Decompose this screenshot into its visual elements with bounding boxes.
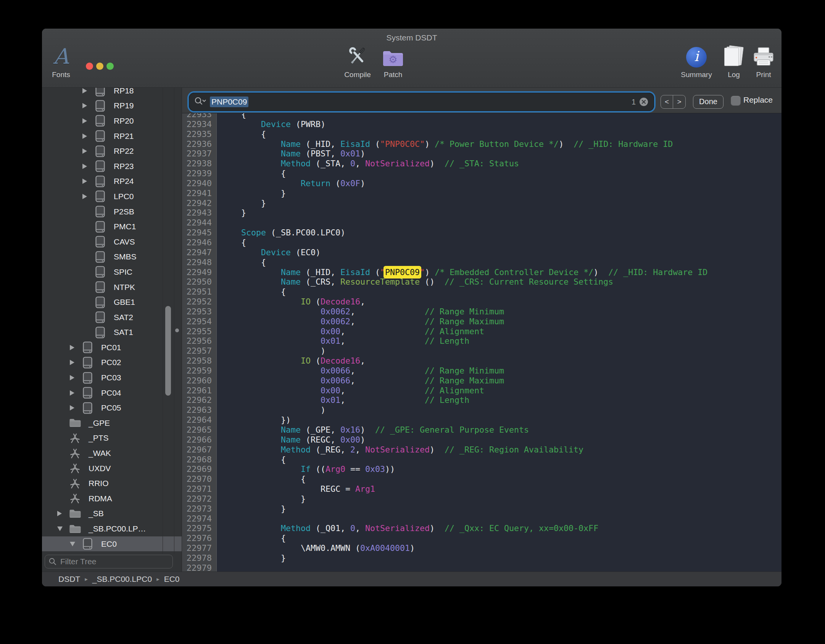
disclosure-toggle[interactable] [82, 118, 94, 124]
tree-item-rrio[interactable]: RRIO [42, 476, 182, 491]
tree-item-sat2[interactable]: SAT2 [42, 310, 182, 325]
tree-item-rp24[interactable]: RP24 [42, 174, 182, 189]
tree-item-_sbpc00lp[interactable]: _SB.PC00.LP… [42, 521, 182, 536]
tree-item-pc02[interactable]: PC02 [42, 355, 182, 370]
tree-item-_wak[interactable]: _WAK [42, 446, 182, 461]
disclosure-toggle[interactable] [82, 88, 94, 93]
find-previous-button[interactable]: < [661, 95, 673, 108]
tree-item-pc04[interactable]: PC04 [42, 385, 182, 401]
toolbar-item-print[interactable]: Print [743, 39, 781, 79]
breadcrumb-item-_sbpc00lpc0[interactable]: _SB.PC00.LPC0 [92, 575, 152, 584]
disclosure-toggle[interactable] [82, 134, 94, 139]
toolbar-item-fonts[interactable]: AFonts [42, 39, 82, 79]
disclosure-toggle[interactable] [82, 164, 94, 169]
breadcrumb-separator-icon: ▸ [156, 576, 160, 583]
zoom-button[interactable] [106, 63, 114, 70]
filter-tree-input[interactable]: Filter Tree [45, 555, 173, 568]
tree-item-p2sb[interactable]: P2SB [42, 204, 182, 219]
tree-item-rp19[interactable]: RP19 [42, 98, 182, 114]
code-editor[interactable]: 22933 {22934 Device (PWRB)22935 {22936 N… [182, 113, 781, 572]
device-icon [95, 281, 105, 293]
tree-item-pc05[interactable]: PC05 [42, 400, 182, 415]
tree-item-uxdv[interactable]: UXDV [42, 461, 182, 476]
line-number: 22947 [182, 248, 214, 258]
tree-item-pmc1[interactable]: PMC1 [42, 219, 182, 234]
line-number: 22977 [182, 543, 214, 553]
disclosure-toggle[interactable] [70, 542, 81, 546]
disclosure-toggle[interactable] [82, 179, 94, 184]
disclosure-toggle[interactable] [57, 526, 69, 531]
line-number: 22946 [182, 238, 214, 248]
toolbar-item-summary[interactable]: iSummary [675, 39, 717, 79]
done-button[interactable]: Done [693, 95, 723, 109]
disclosure-toggle[interactable] [57, 511, 69, 516]
minimize-button[interactable] [96, 63, 103, 70]
chevron-down-icon [70, 542, 75, 546]
line-number: 22970 [182, 474, 214, 484]
tree-item-_sb[interactable]: _SB [42, 506, 182, 522]
device-icon [83, 372, 92, 384]
line-number: 22967 [182, 445, 214, 455]
disclosure-toggle[interactable] [70, 405, 81, 411]
tree-item-gbe1[interactable]: GBE1 [42, 295, 182, 310]
tree-item-rp23[interactable]: RP23 [42, 159, 182, 174]
tree-item-ec0[interactable]: EC0 [42, 536, 182, 552]
sidebar-scrollbar[interactable] [165, 306, 171, 396]
line-number: 22975 [182, 523, 214, 533]
disclosure-toggle[interactable] [82, 103, 94, 108]
clear-search-button[interactable] [640, 98, 648, 106]
search-input[interactable]: PNP0C09 1 [189, 93, 654, 111]
filter-placeholder: Filter Tree [60, 557, 97, 566]
code-line: 22942 } [182, 198, 781, 208]
breadcrumb-separator-icon: ▸ [85, 576, 88, 583]
pane-divider[interactable] [182, 88, 182, 572]
tree-item-lpc0[interactable]: LPC0 [42, 189, 182, 204]
code-line: 22961 0x00, // Alignment [182, 386, 781, 396]
tree-item-spic[interactable]: SPIC [42, 264, 182, 280]
line-number: 22939 [182, 169, 214, 179]
svg-text:⚙: ⚙ [388, 54, 397, 65]
line-number: 22945 [182, 228, 214, 238]
tree-item-pc03[interactable]: PC03 [42, 370, 182, 385]
tree-item-rp22[interactable]: RP22 [42, 143, 182, 159]
tree-item-sat1[interactable]: SAT1 [42, 325, 182, 340]
tree-item-rdma[interactable]: RDMA [42, 491, 182, 506]
chevron-right-icon [82, 194, 87, 199]
tree-item-pc01[interactable]: PC01 [42, 340, 182, 355]
tree-item-_pts[interactable]: _PTS [42, 431, 182, 446]
device-icon [83, 387, 92, 399]
code-line: 22957 ) [182, 346, 781, 356]
replace-checkbox[interactable] [731, 96, 740, 105]
tree-item-label: PC04 [101, 388, 121, 398]
tree-item-rp21[interactable]: RP21 [42, 129, 182, 144]
device-tree: RP18RP19RP20RP21RP22RP23RP24LPC0P2SBPMC1… [42, 88, 182, 554]
disclosure-toggle[interactable] [82, 194, 94, 199]
tree-item-label: RP23 [114, 162, 134, 171]
find-next-button[interactable]: > [673, 95, 685, 108]
disclosure-toggle[interactable] [70, 345, 81, 350]
code-line: 22960 0x0066, // Range Maximum [182, 376, 781, 386]
line-number: 22955 [182, 327, 214, 336]
tree-item-rp18[interactable]: RP18 [42, 88, 182, 98]
disclosure-toggle[interactable] [70, 390, 81, 396]
tree-item-label: _SB [89, 509, 104, 518]
tree-item-cavs[interactable]: CAVS [42, 234, 182, 250]
disclosure-toggle[interactable] [70, 360, 81, 365]
toolbar-item-patch[interactable]: ⚙Patch [372, 39, 414, 79]
disclosure-toggle[interactable] [82, 148, 94, 154]
tree-item-_gpe[interactable]: _GPE [42, 415, 182, 431]
code-line: 22962 0x01, // Length [182, 395, 781, 405]
line-number: 22966 [182, 435, 214, 445]
toolbar: System DSDT AFontsCompile⚙PatchiSummaryL… [42, 29, 781, 88]
breadcrumb-item-dsdt[interactable]: DSDT [58, 575, 80, 584]
line-number: 22956 [182, 336, 214, 346]
tree-item-rp20[interactable]: RP20 [42, 113, 182, 129]
search-menu-icon[interactable] [194, 96, 207, 108]
tree-item-ntpk[interactable]: NTPK [42, 280, 182, 295]
disclosure-toggle[interactable] [70, 375, 81, 380]
tree-item-smbs[interactable]: SMBS [42, 250, 182, 265]
breadcrumb-item-ec0[interactable]: EC0 [164, 575, 180, 584]
splitter-handle[interactable] [175, 328, 179, 332]
code-line: 22969 If ((Arg0 == 0x03)) [182, 464, 781, 474]
close-button[interactable] [86, 63, 93, 70]
